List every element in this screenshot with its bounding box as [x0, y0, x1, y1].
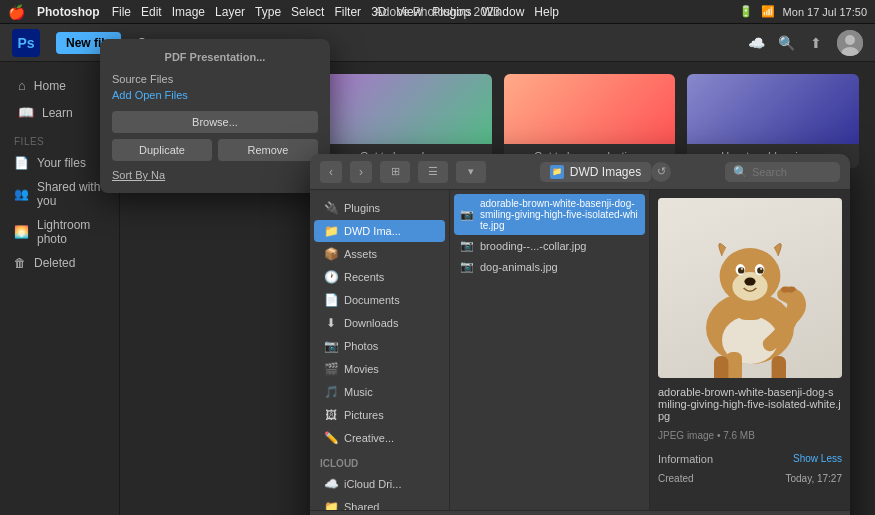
remove-button[interactable]: Remove: [218, 139, 318, 161]
fp-filelist: 📷 adorable-brown-white-basenji-dog-smili…: [450, 190, 650, 510]
fp-sidebar-pictures[interactable]: 🖼 Pictures: [314, 404, 445, 426]
file-icon-3: 📷: [460, 260, 474, 273]
fp-location-name: DWD Images: [570, 165, 641, 179]
fp-icloud-section: iCloud: [310, 450, 449, 472]
fp-sidebar-assets[interactable]: 📦 Assets: [314, 243, 445, 265]
source-files-label: Source Files: [112, 73, 318, 85]
fp-refresh-button[interactable]: ↺: [651, 162, 671, 182]
file-icon-1: 📷: [460, 208, 474, 221]
menu-type[interactable]: Type: [255, 5, 281, 19]
svg-point-12: [741, 268, 743, 270]
fp-back-button[interactable]: ‹: [320, 161, 342, 183]
file-icon-2: 📷: [460, 239, 474, 252]
plugins-icon: 🔌: [324, 201, 338, 215]
photos-icon: 📷: [324, 339, 338, 353]
fp-sidebar: 🔌 Plugins 📁 DWD Ima... 📦 Assets 🕐 Recent…: [310, 190, 450, 510]
dialog-btn-row: Duplicate Remove: [112, 139, 318, 161]
svg-point-14: [744, 278, 755, 286]
clock: Mon 17 Jul 17:50: [783, 6, 867, 18]
fp-sidebar-photos[interactable]: 📷 Photos: [314, 335, 445, 357]
fp-sidebar-dwd[interactable]: 📁 DWD Ima...: [314, 220, 445, 242]
battery-icon: 🔋: [739, 5, 753, 18]
menu-image[interactable]: Image: [172, 5, 205, 19]
svg-rect-15: [726, 352, 742, 378]
fp-info-header: Information Show Less: [658, 453, 842, 465]
icloud-icon: ☁️: [324, 477, 338, 491]
fp-show-less-button[interactable]: Show Less: [793, 453, 842, 465]
fp-sidebar-downloads[interactable]: ⬇ Downloads: [314, 312, 445, 334]
folder-icon: 📁: [550, 165, 564, 179]
music-icon: 🎵: [324, 385, 338, 399]
fp-preview-meta: JPEG image • 7.6 MB: [658, 430, 842, 441]
svg-rect-21: [772, 356, 786, 378]
downloads-icon: ⬇: [324, 316, 338, 330]
fp-file-item-3[interactable]: 📷 dog-animals.jpg: [454, 256, 645, 277]
fp-filename-3: dog-animals.jpg: [480, 261, 558, 273]
fp-sidebar-icloud[interactable]: ☁️ iCloud Dri...: [314, 473, 445, 495]
fp-view-list-button[interactable]: ☰: [418, 161, 448, 183]
fp-file-item-1[interactable]: 📷 adorable-brown-white-basenji-dog-smili…: [454, 194, 645, 235]
menubar-right: 🔋 📶 Mon 17 Jul 17:50: [739, 5, 867, 18]
shared-folder-icon: 📁: [324, 500, 338, 510]
app-title: Adobe Photoshop 2023: [375, 5, 500, 19]
fp-created-row: Created Today, 17:27: [658, 473, 842, 484]
menu-edit[interactable]: Edit: [141, 5, 162, 19]
menu-select[interactable]: Select: [291, 5, 324, 19]
fp-preview: adorable-brown-white-basenji-dog-smiling…: [650, 190, 850, 510]
fp-forward-button[interactable]: ›: [350, 161, 372, 183]
fp-search-box[interactable]: 🔍: [725, 162, 840, 182]
svg-point-13: [760, 268, 762, 270]
menubar: 🍎 Photoshop File Edit Image Layer Type S…: [0, 0, 875, 24]
fp-sidebar-shared[interactable]: 📁 Shared: [314, 496, 445, 510]
creative-icon: ✏️: [324, 431, 338, 445]
fp-bottombar: Open cloud documents Enable: All Readabl…: [310, 510, 850, 515]
fp-preview-image: [658, 198, 842, 378]
recents-icon: 🕐: [324, 270, 338, 284]
browse-button[interactable]: Browse...: [112, 111, 318, 133]
duplicate-button[interactable]: Duplicate: [112, 139, 212, 161]
fp-created-value: Today, 17:27: [785, 473, 842, 484]
dwd-folder-icon: 📁: [324, 224, 338, 238]
fp-body: 🔌 Plugins 📁 DWD Ima... 📦 Assets 🕐 Recent…: [310, 190, 850, 510]
menu-layer[interactable]: Layer: [215, 5, 245, 19]
fp-location-box: 📁 DWD Images: [540, 162, 651, 182]
wifi-icon: 📶: [761, 5, 775, 18]
sort-by-label[interactable]: Sort By Na: [112, 169, 318, 181]
dialog-overlay: PDF Presentation... Source Files Add Ope…: [0, 24, 875, 515]
fp-sidebar-recents[interactable]: 🕐 Recents: [314, 266, 445, 288]
fp-file-item-2[interactable]: 📷 brooding--...-collar.jpg: [454, 235, 645, 256]
fp-sidebar-movies[interactable]: 🎬 Movies: [314, 358, 445, 380]
movies-icon: 🎬: [324, 362, 338, 376]
fp-location-bar: 📁 DWD Images ↺: [494, 162, 717, 182]
fp-view-options-button[interactable]: ▾: [456, 161, 486, 183]
file-picker: ‹ › ⊞ ☰ ▾ 📁 DWD Images ↺ 🔍 🔌: [310, 154, 850, 515]
fp-filename-1: adorable-brown-white-basenji-dog-smiling…: [480, 198, 639, 231]
open-dialog-title: PDF Presentation...: [112, 51, 318, 63]
apple-menu[interactable]: 🍎: [8, 4, 25, 20]
menu-help[interactable]: Help: [534, 5, 559, 19]
fp-info-label: Information: [658, 453, 713, 465]
add-open-files-link[interactable]: Add Open Files: [112, 89, 318, 101]
svg-rect-20: [714, 356, 728, 378]
open-dialog: PDF Presentation... Source Files Add Ope…: [100, 39, 330, 193]
fp-sidebar-music[interactable]: 🎵 Music: [314, 381, 445, 403]
menu-filter[interactable]: Filter: [334, 5, 361, 19]
fp-filename-2: brooding--...-collar.jpg: [480, 240, 586, 252]
svg-point-7: [732, 272, 767, 301]
dog-image: [658, 198, 842, 378]
assets-icon: 📦: [324, 247, 338, 261]
app-name: Photoshop: [37, 5, 100, 19]
fp-sidebar-creative[interactable]: ✏️ Creative...: [314, 427, 445, 449]
fp-view-grid-button[interactable]: ⊞: [380, 161, 410, 183]
fp-created-label: Created: [658, 473, 694, 484]
fp-sidebar-plugins[interactable]: 🔌 Plugins: [314, 197, 445, 219]
fp-search-icon: 🔍: [733, 165, 748, 179]
fp-toolbar: ‹ › ⊞ ☰ ▾ 📁 DWD Images ↺ 🔍: [310, 154, 850, 190]
menu-file[interactable]: File: [112, 5, 131, 19]
fp-preview-filename: adorable-brown-white-basenji-dog-smiling…: [658, 386, 842, 422]
fp-search-input[interactable]: [752, 166, 832, 178]
documents-icon: 📄: [324, 293, 338, 307]
fp-sidebar-documents[interactable]: 📄 Documents: [314, 289, 445, 311]
pictures-icon: 🖼: [324, 408, 338, 422]
